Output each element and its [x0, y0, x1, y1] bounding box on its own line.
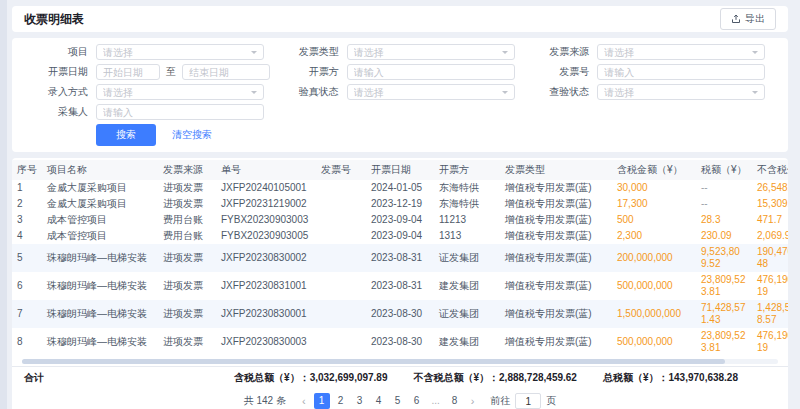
cell-source: 进项发票 — [158, 244, 216, 272]
cell-amount_incl: 500 — [612, 212, 696, 228]
tax-total-value: 143,970,638.28 — [668, 372, 738, 383]
invoice-no-label: 发票号 — [525, 65, 589, 79]
cell-issuer: 证发集团 — [434, 244, 500, 272]
invoice-type-select[interactable] — [347, 44, 515, 60]
cell-doc_no: JXFP20230830003 — [216, 328, 316, 356]
clear-search-button[interactable]: 清空搜索 — [166, 124, 218, 146]
page-button-1[interactable]: 1 — [314, 393, 330, 409]
cell-date: 2023-08-30 — [366, 328, 434, 356]
cell-type: 增值税专用发票(蓝) — [500, 300, 612, 328]
cell-no: 4 — [12, 228, 42, 244]
cell-date: 2023-08-31 — [366, 244, 434, 272]
cell-project: 珠穆朗玛峰—电梯安装 — [42, 272, 158, 300]
check-status-field: 查验状态 — [525, 84, 776, 100]
table-row: 7珠穆朗玛峰—电梯安装进项发票JXFP202308300012023-08-30… — [12, 300, 788, 328]
check-status-label: 查验状态 — [525, 85, 589, 99]
chevron-down-icon — [251, 51, 257, 57]
cell-project: 成本管控项目 — [42, 212, 158, 228]
table-row: 1金威大厦采购项目进项发票JXFP202401050012024-01-05东海… — [12, 180, 788, 196]
cell-date: 2023-08-30 — [366, 300, 434, 328]
column-header-no: 序号 — [12, 160, 42, 180]
project-select-input[interactable] — [103, 47, 247, 58]
entry-method-label: 录入方式 — [24, 85, 88, 99]
cell-amount_excl: 2,069.91 — [752, 228, 788, 244]
page-button-6[interactable]: 6 — [409, 393, 425, 409]
page: 收票明细表 导出 项目 发票类型 — [0, 0, 800, 409]
entry-method-field: 录入方式 — [24, 84, 275, 100]
total-count: 共 142 条 — [244, 394, 286, 408]
cell-type: 增值税专用发票(蓝) — [500, 328, 612, 356]
cell-amount_excl: 26,548.67 — [752, 180, 788, 196]
summary-totals: 含税总额（¥）：3,032,699,097.89 不含税总额（¥）：2,888,… — [234, 371, 738, 385]
page-button-8[interactable]: 8 — [447, 393, 463, 409]
cell-issuer: 11213 — [434, 212, 500, 228]
invoice-date-start-input[interactable] — [103, 67, 153, 78]
search-button[interactable]: 搜索 — [96, 124, 156, 146]
page-button-4[interactable]: 4 — [371, 393, 387, 409]
project-field: 项目 — [24, 44, 275, 60]
collector-input-wrap[interactable] — [96, 104, 264, 120]
page-button-3[interactable]: 3 — [352, 393, 368, 409]
scrollbar-thumb[interactable] — [22, 359, 725, 364]
table-row: 2金威大厦采购项目进项发票JXFP202312190022023-12-19东海… — [12, 196, 788, 212]
incl-total: 含税总额（¥）：3,032,699,097.89 — [234, 371, 387, 385]
cell-type: 增值税专用发票(蓝) — [500, 244, 612, 272]
check-status-select[interactable] — [597, 84, 765, 100]
column-header-source: 发票来源 — [158, 160, 216, 180]
excl-total-value: 2,888,728,459.62 — [499, 372, 577, 383]
chevron-down-icon — [502, 51, 508, 57]
cell-type: 增值税专用发票(蓝) — [500, 180, 612, 196]
cell-invoice_no — [316, 328, 366, 356]
collector-field: 采集人 — [24, 104, 275, 120]
cell-issuer: 东海特供 — [434, 196, 500, 212]
cell-date: 2023-09-04 — [366, 228, 434, 244]
left-edge-strip — [0, 0, 7, 409]
verify-status-select-input[interactable] — [354, 87, 498, 98]
excl-total-label: 不含税总额（¥）： — [414, 372, 500, 383]
project-select[interactable] — [96, 44, 264, 60]
issuer-input[interactable] — [354, 67, 508, 78]
cell-project: 金威大厦采购项目 — [42, 180, 158, 196]
invoice-type-select-input[interactable] — [354, 47, 498, 58]
entry-method-select-input[interactable] — [103, 87, 247, 98]
filter-row-4: 采集人 — [24, 104, 776, 120]
summary-total-label: 合计 — [24, 371, 44, 385]
page-button-5[interactable]: 5 — [390, 393, 406, 409]
check-status-select-input[interactable] — [604, 87, 748, 98]
cell-doc_no: JXFP20231219002 — [216, 196, 316, 212]
export-button[interactable]: 导出 — [720, 8, 776, 30]
cell-no: 6 — [12, 272, 42, 300]
invoice-source-select[interactable] — [597, 44, 765, 60]
cell-tax: 28.3 — [696, 212, 752, 228]
verify-status-select[interactable] — [347, 84, 515, 100]
issuer-input-wrap[interactable] — [347, 64, 515, 80]
invoice-date-end[interactable] — [182, 64, 270, 80]
invoice-source-select-input[interactable] — [604, 47, 748, 58]
cell-tax: 9,523,809.52 — [696, 244, 752, 272]
cell-project: 成本管控项目 — [42, 228, 158, 244]
page-button-2[interactable]: 2 — [333, 393, 349, 409]
table-body: 1金威大厦采购项目进项发票JXFP202401050012024-01-05东海… — [12, 180, 788, 356]
entry-method-select[interactable] — [96, 84, 264, 100]
cell-source: 进项发票 — [158, 196, 216, 212]
prev-page-button[interactable]: ‹ — [299, 395, 309, 407]
invoice-no-input[interactable] — [604, 67, 758, 78]
cell-issuer: 建发集团 — [434, 272, 500, 300]
chevron-down-icon — [752, 51, 758, 57]
invoice-date-end-input[interactable] — [189, 67, 263, 78]
next-page-button[interactable]: › — [468, 395, 478, 407]
invoice-date-field: 开票日期 至 — [24, 64, 275, 80]
cell-project: 珠穆朗玛峰—电梯安装 — [42, 300, 158, 328]
horizontal-scrollbar[interactable] — [22, 359, 778, 364]
invoice-date-start[interactable] — [96, 64, 160, 80]
cell-amount_incl: 200,000,000 — [612, 244, 696, 272]
goto-page-input[interactable] — [515, 393, 541, 409]
invoice-no-input-wrap[interactable] — [597, 64, 765, 80]
issuer-field: 开票方 — [275, 64, 526, 80]
excl-total: 不含税总额（¥）：2,888,728,459.62 — [414, 371, 577, 385]
table-row: 6珠穆朗玛峰—电梯安装进项发票JXFP202308310012023-08-31… — [12, 272, 788, 300]
cell-amount_excl: 471.7 — [752, 212, 788, 228]
cell-amount_incl: 1,500,000,000 — [612, 300, 696, 328]
cell-source: 进项发票 — [158, 180, 216, 196]
collector-input[interactable] — [103, 107, 257, 118]
